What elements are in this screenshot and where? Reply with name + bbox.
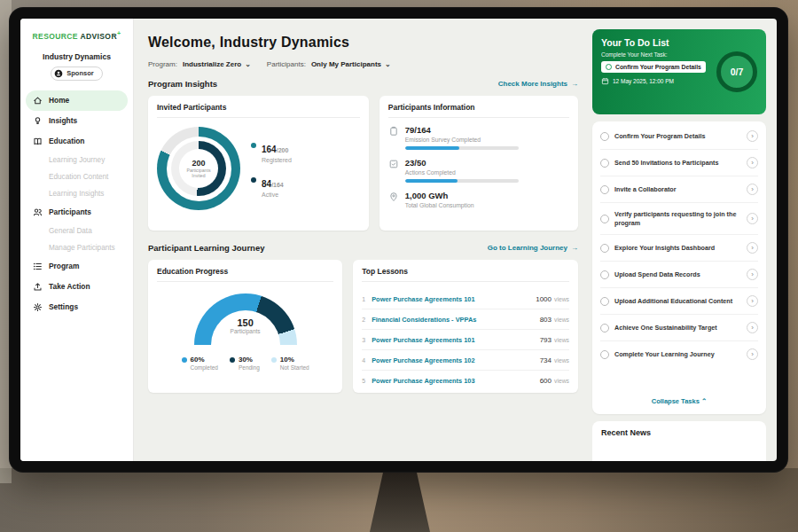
sidebar-item-education-content[interactable]: Education Content	[26, 168, 128, 185]
education-icon	[33, 137, 43, 146]
sidebar-item-settings[interactable]: Settings	[26, 297, 128, 317]
next-task-date: 12 May 2025, 12:00 PM	[601, 77, 706, 85]
task-chevron-icon[interactable]: ›	[747, 322, 758, 333]
lesson-row[interactable]: 5 Power Purchase Agreements 103 600 view…	[362, 371, 569, 390]
task-row[interactable]: Explore Your Insights Dashboard ›	[600, 235, 758, 262]
link-label: Check More Insights	[498, 80, 567, 88]
registered-dot	[251, 143, 256, 148]
arrow-right-icon: →	[571, 244, 578, 252]
lesson-rank: 5	[362, 378, 372, 384]
sponsor-badge[interactable]: Sponsor	[51, 66, 102, 81]
task-row[interactable]: Send 50 Invitations to Participants ›	[600, 150, 758, 176]
sidebar-item-general-data[interactable]: General Data	[26, 223, 128, 239]
task-row[interactable]: Achieve One Sustainability Target ›	[600, 315, 758, 341]
lesson-title-link[interactable]: Power Purchase Agreements 102	[372, 356, 539, 364]
sidebar-item-label: Take Action	[49, 282, 90, 291]
lesson-title-link[interactable]: Power Purchase Agreements 101	[372, 336, 539, 344]
logo-word-resource: RESOURCE	[33, 32, 78, 41]
sidebar-item-label: Manage Participants	[49, 244, 115, 252]
task-checkbox[interactable]	[600, 270, 609, 279]
task-row[interactable]: Complete Your Learning Journey ›	[600, 341, 758, 367]
task-row[interactable]: Upload Spend Data Records ›	[600, 262, 758, 288]
card-title: Participants Information	[388, 103, 569, 118]
go-to-learning-journey-link[interactable]: Go to Learning Journey →	[488, 244, 578, 252]
task-row[interactable]: Confirm Your Program Details ›	[600, 123, 758, 150]
lesson-views: 803	[540, 316, 552, 324]
org-name: Industry Dynamics	[20, 52, 133, 61]
task-checkbox[interactable]	[600, 185, 609, 194]
active-dot	[251, 177, 256, 183]
task-row[interactable]: Invite a Collaborator ›	[600, 176, 758, 203]
sidebar-item-program[interactable]: Program	[26, 256, 128, 277]
registered-label: Registered	[262, 157, 292, 163]
sidebar-item-learning-insights[interactable]: Learning Insights	[26, 185, 128, 202]
task-chevron-icon[interactable]: ›	[747, 295, 758, 307]
sidebar-item-label: Learning Journey	[49, 156, 105, 164]
task-checkbox[interactable]	[600, 132, 609, 141]
task-checkbox[interactable]	[600, 350, 609, 359]
insights-icon	[33, 116, 43, 126]
sidebar-item-label: Education	[49, 137, 84, 145]
settings-icon	[33, 302, 43, 312]
donut-center-label: Participants Invited	[184, 168, 214, 179]
task-chevron-icon[interactable]: ›	[747, 242, 758, 254]
sidebar-item-label: Learning Insights	[49, 190, 104, 198]
sidebar-item-label: Program	[49, 262, 79, 270]
lesson-title-link[interactable]: Financial Considerations - VPPAs	[372, 316, 539, 324]
task-checkbox[interactable]	[600, 297, 609, 306]
task-row[interactable]: Verify participants requesting to join t…	[600, 203, 758, 235]
stat-value: 79/164	[405, 125, 519, 135]
task-chevron-icon[interactable]: ›	[747, 213, 758, 224]
program-filter-label: Program:	[148, 60, 177, 68]
sidebar-item-take-action[interactable]: Take Action	[26, 277, 128, 297]
stat-label: Total Global Consumption	[405, 202, 474, 208]
stat-value: 1,000 GWh	[405, 191, 474, 200]
todo-progress-ring: 0/7	[716, 51, 757, 92]
participants-select[interactable]: Only My Participants ⌄	[311, 60, 391, 68]
filter-bar: Program: Industrialize Zero ⌄ Participan…	[148, 60, 578, 68]
task-checkbox[interactable]	[600, 324, 609, 332]
task-chevron-icon[interactable]: ›	[747, 184, 758, 195]
task-chevron-icon[interactable]: ›	[747, 130, 758, 142]
task-checkbox[interactable]	[600, 215, 609, 223]
task-checkbox[interactable]	[600, 159, 609, 168]
sidebar-item-participants[interactable]: Participants	[26, 202, 128, 223]
program-select[interactable]: Industrialize Zero ⌄	[183, 60, 251, 68]
lesson-title-link[interactable]: Power Purchase Agreements 103	[372, 377, 539, 385]
sidebar: RESOURCE ADVISOR+ Industry Dynamics Spon…	[20, 19, 134, 461]
sidebar-item-manage-participants[interactable]: Manage Participants	[26, 239, 128, 256]
task-chevron-icon[interactable]: ›	[747, 157, 758, 168]
task-row[interactable]: Upload Additional Educational Content ›	[600, 288, 758, 315]
sidebar-item-insights[interactable]: Insights	[26, 111, 128, 131]
lesson-row[interactable]: 4 Power Purchase Agreements 102 734 view…	[362, 350, 569, 371]
lesson-views: 793	[540, 336, 552, 344]
collapse-tasks-button[interactable]: Collapse Tasks ⌃	[600, 390, 758, 412]
task-checkbox[interactable]	[600, 244, 609, 253]
sidebar-item-home[interactable]: Home	[26, 90, 128, 111]
gauge-center-value: 150	[194, 317, 297, 328]
donut-legend: 164/200 Registered 84/164 Active	[251, 140, 292, 198]
top-lessons-card: Top Lessons 1 Power Purchase Agreements …	[353, 260, 578, 393]
stat-value: 23/50	[405, 158, 519, 168]
todo-subtitle: Complete Your Next Task:	[601, 51, 706, 58]
completed-dot	[182, 357, 187, 363]
legend-registered: 164/200 Registered	[251, 140, 292, 163]
lesson-row[interactable]: 2 Financial Considerations - VPPAs 803 v…	[362, 309, 569, 330]
lesson-rank: 4	[362, 357, 372, 364]
link-label: Go to Learning Journey	[488, 244, 567, 252]
task-chevron-icon[interactable]: ›	[747, 348, 758, 360]
task-chevron-icon[interactable]: ›	[747, 269, 758, 280]
logo-plus: +	[117, 30, 121, 36]
lesson-title-link[interactable]: Power Purchase Agreements 101	[372, 295, 536, 303]
stat-label: Emission Survey Completed	[405, 137, 519, 143]
check-more-insights-link[interactable]: Check More Insights →	[498, 80, 578, 88]
sidebar-item-education[interactable]: Education	[26, 131, 128, 152]
chevron-down-icon: ⌄	[245, 60, 251, 68]
lesson-rank: 3	[362, 337, 372, 343]
lesson-row[interactable]: 1 Power Purchase Agreements 101 1000 vie…	[362, 289, 569, 309]
next-task-pill[interactable]: Confirm Your Program Details	[601, 61, 706, 73]
progress-fill	[405, 146, 459, 150]
lesson-row[interactable]: 3 Power Purchase Agreements 101 793 view…	[362, 330, 569, 350]
sidebar-item-learning-journey[interactable]: Learning Journey	[26, 152, 128, 168]
education-progress-card: Education Progress 150 Participants	[148, 260, 342, 393]
